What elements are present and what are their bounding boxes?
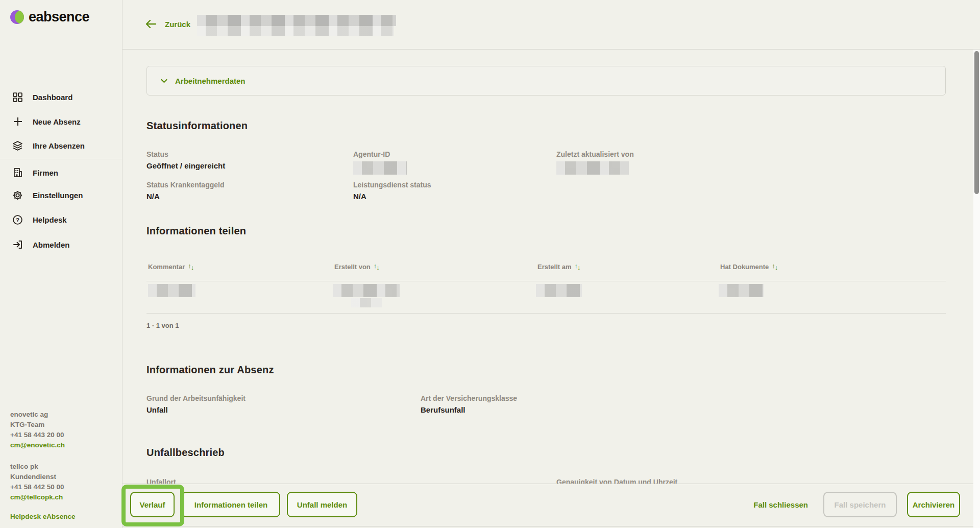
redacted-text-block [197, 15, 396, 26]
contact-block-enovetic: enovetic ag KTG-Team +41 58 443 20 00 cm… [10, 410, 65, 450]
sidebar-item-einstellungen[interactable]: Einstellungen [12, 187, 83, 203]
top-header: Zurück [122, 0, 980, 50]
fall-schliessen-button[interactable]: Fall schliessen [753, 500, 808, 509]
brand-logo-icon [10, 10, 24, 24]
pagination-label: 1 - 1 von 1 [146, 322, 179, 329]
contact-phone: +41 58 443 20 00 [10, 430, 65, 440]
contact-team: KTG-Team [10, 420, 65, 430]
question-circle-icon: ? [12, 214, 23, 225]
case-action-bar: Verlauf Informationen teilen Unfall meld… [122, 484, 980, 526]
sidebar-item-label: Einstellungen [33, 191, 83, 200]
building-icon [12, 167, 23, 178]
sidebar-item-ihre-absenzen[interactable]: Ihre Absenzen [12, 138, 85, 153]
chevron-down-icon [160, 77, 168, 85]
unfall-melden-button[interactable]: Unfall melden [287, 492, 357, 517]
field-label: Grund der Arbeitsunfähigkeit [146, 394, 246, 403]
svg-text:?: ? [16, 217, 19, 223]
sidebar-item-label: Dashboard [33, 93, 72, 102]
sort-arrows-icon[interactable]: ↑↓ [574, 265, 580, 271]
verlauf-button[interactable]: Verlauf [130, 492, 175, 517]
informationen-teilen-button[interactable]: Informationen teilen [182, 492, 280, 517]
table-row[interactable] [146, 281, 946, 313]
field-art-der-versicherungsklasse: Art der Versicherungsklasse Berufsunfall [421, 394, 517, 414]
field-leistungsdienst-status: Leistungsdienst status N/A [353, 180, 431, 201]
field-value: N/A [146, 192, 224, 201]
helpdesk-eabsence-link[interactable]: Helpdesk eAbsence [10, 513, 76, 520]
back-arrow-icon [144, 18, 158, 30]
redacted-case-title [197, 15, 396, 36]
field-value: Berufsunfall [421, 405, 517, 414]
column-label: Erstellt von [334, 263, 371, 271]
contact-company: enovetic ag [10, 410, 65, 420]
sort-arrows-icon[interactable]: ↑↓ [772, 265, 777, 271]
sidebar-item-label: Firmen [33, 169, 58, 177]
contact-email-link[interactable]: cm@enovetic.ch [10, 441, 65, 449]
sidebar-item-dashboard[interactable]: Dashboard [12, 89, 72, 105]
sidebar-item-label: Neue Absenz [33, 117, 81, 126]
collapsible-label: Arbeitnehmerdaten [175, 77, 246, 85]
field-value: N/A [353, 192, 431, 201]
sidebar-item-helpdesk[interactable]: ? Helpdesk [12, 212, 67, 227]
contact-block-tellco: tellco pk Kundendienst +41 58 442 50 00 … [10, 462, 64, 502]
column-header-erstellt-von[interactable]: Erstellt von ↑↓ [334, 263, 379, 271]
field-label: Status Krankentaggeld [146, 180, 224, 190]
archivieren-button[interactable]: Archivieren [907, 492, 960, 517]
contact-phone: +41 58 442 50 00 [10, 482, 64, 492]
sidebar: eabsence Dashboard Neue Absenz Ihre Abse… [0, 0, 122, 528]
scrollbar-thumb[interactable] [974, 51, 979, 194]
field-agentur-id: Agentur-ID [353, 150, 407, 175]
column-label: Erstellt am [537, 263, 571, 271]
field-status: Status Geöffnet / eingereicht [146, 150, 225, 170]
field-label: Leistungsdienst status [353, 180, 431, 190]
column-header-hat-dokumente[interactable]: Hat Dokumente ↑↓ [720, 263, 777, 271]
column-header-kommentar[interactable]: Kommentar ↑↓ [148, 263, 193, 271]
field-label: Agentur-ID [353, 150, 407, 159]
sort-arrows-icon[interactable]: ↑↓ [374, 265, 379, 271]
field-value: Unfall [146, 405, 246, 414]
section-title-informationen-zur-absenz: Informationen zur Absenz [146, 364, 274, 376]
case-detail-content: Arbeitnehmerdaten Statusinformationen St… [122, 50, 980, 484]
sort-arrows-icon[interactable]: ↑↓ [188, 265, 193, 271]
scrollbar-track[interactable] [973, 50, 980, 528]
sidebar-item-label: Ihre Absenzen [33, 141, 85, 150]
redacted-cell-erstellt-am [536, 284, 582, 297]
contact-email-link[interactable]: cm@tellcopk.ch [10, 493, 63, 501]
sidebar-item-label: Helpdesk [33, 215, 67, 224]
redacted-value-block [353, 161, 407, 175]
logout-icon [12, 239, 23, 250]
column-label: Kommentar [148, 263, 185, 271]
back-label: Zurück [165, 20, 190, 29]
contact-company: tellco pk [10, 462, 64, 472]
brand-logo: eabsence [10, 9, 89, 25]
sidebar-item-label: Abmelden [33, 241, 70, 249]
redacted-cell-erstellt-von [333, 284, 400, 297]
contact-team: Kundendienst [10, 472, 64, 482]
field-grund-der-arbeitsunfaehigkeit: Grund der Arbeitsunfähigkeit Unfall [146, 394, 246, 414]
field-status-krankentaggeld: Status Krankentaggeld N/A [146, 180, 224, 201]
sidebar-item-firmen[interactable]: Firmen [12, 165, 58, 180]
section-title-statusinformationen: Statusinformationen [146, 120, 248, 132]
layers-icon [12, 140, 23, 151]
redacted-cell-hat-dokumente [719, 284, 764, 297]
sidebar-item-abmelden[interactable]: Abmelden [12, 237, 70, 252]
redacted-cell-erstellt-von-line2 [351, 298, 382, 307]
right-action-group: Fall schliessen Fall speichern Archivier… [753, 492, 960, 517]
fall-speichern-button[interactable]: Fall speichern [823, 492, 897, 517]
column-label: Hat Dokumente [720, 263, 769, 271]
field-label-genauigkeit: Genauigkeit von Datum und Uhrzeit [556, 477, 677, 484]
field-label: Zuletzt aktualisiert von [556, 150, 634, 159]
table-row-divider [146, 313, 946, 314]
sidebar-divider [0, 159, 122, 159]
field-value: Geöffnet / eingereicht [146, 161, 225, 170]
arbeitnehmerdaten-collapsible[interactable]: Arbeitnehmerdaten [146, 66, 946, 95]
section-title-informationen-teilen: Informationen teilen [146, 225, 246, 237]
redacted-cell-kommentar [148, 284, 195, 297]
field-label: Art der Versicherungsklasse [421, 394, 517, 403]
redacted-text-block [197, 26, 394, 36]
field-label: Status [146, 150, 225, 159]
column-header-erstellt-am[interactable]: Erstellt am ↑↓ [537, 263, 580, 271]
back-button[interactable]: Zurück [144, 18, 190, 30]
field-label-unfallort: Unfallort [146, 477, 176, 484]
section-title-unfallbeschrieb: Unfallbeschrieb [146, 447, 225, 459]
sidebar-item-neue-absenz[interactable]: Neue Absenz [12, 114, 81, 129]
